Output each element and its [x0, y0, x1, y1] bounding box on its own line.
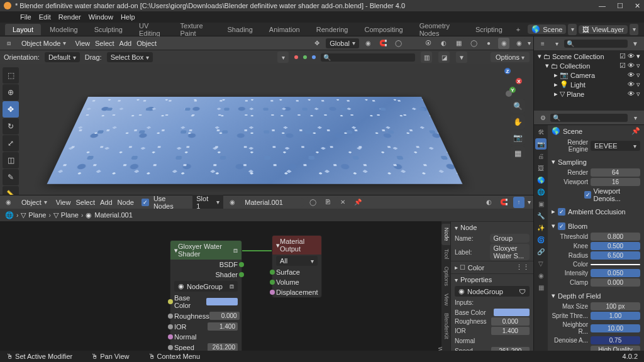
- tab-uv[interactable]: UV Editing: [131, 20, 172, 39]
- xray-icon[interactable]: ▦: [453, 38, 464, 49]
- menu-file[interactable]: File: [20, 13, 31, 21]
- scene-selector[interactable]: 🌎Scene: [528, 25, 566, 34]
- ntab-blenderkit[interactable]: BlenderKit: [441, 309, 450, 343]
- pt-data[interactable]: ▽: [535, 258, 547, 269]
- nav-perspective-icon[interactable]: ▦: [511, 146, 525, 160]
- outl-item-camera[interactable]: ▸📷Camera👁▿: [536, 70, 641, 80]
- np-name-field[interactable]: Group: [490, 234, 530, 243]
- tool-move[interactable]: ✥: [3, 101, 19, 118]
- tab-layout[interactable]: Layout: [5, 24, 41, 35]
- dofrows-0[interactable]: Max Size100 px: [552, 302, 640, 311]
- bc-plane1[interactable]: Plane: [28, 211, 46, 219]
- pt-modifier[interactable]: 🔧: [535, 210, 547, 221]
- bloomrows-2[interactable]: Radius6.500: [552, 251, 640, 260]
- pivot-icon[interactable]: ◉: [362, 38, 374, 49]
- pt-tool[interactable]: 🛠: [535, 126, 547, 138]
- vp-denoise-check[interactable]: ✓: [584, 191, 591, 199]
- gizmo-x-icon[interactable]: X: [516, 78, 522, 84]
- dofrows-2[interactable]: Neighbor R...10.00: [552, 321, 640, 336]
- bloomrows-4[interactable]: Intensity0.050: [552, 268, 640, 278]
- node2-header[interactable]: ▾ Material Output: [272, 236, 321, 255]
- node1-row-3[interactable]: Normal: [170, 332, 242, 342]
- ntab-node[interactable]: Node: [441, 224, 450, 245]
- bloomrows-5[interactable]: Clamp0.000: [552, 278, 640, 287]
- filter2-icon[interactable]: ◪: [438, 52, 450, 63]
- ne-menu-node[interactable]: Node: [118, 199, 134, 206]
- npanel-row-3[interactable]: Normal: [451, 336, 533, 346]
- nav-pan-icon[interactable]: ✋: [511, 115, 525, 129]
- ne-menu-view[interactable]: View: [56, 199, 71, 206]
- outliner-editor-icon[interactable]: ≡: [537, 38, 548, 49]
- pt-output[interactable]: 🖨: [535, 150, 547, 162]
- ntab-tool[interactable]: Tool: [441, 245, 450, 263]
- mat-pin-icon[interactable]: 📌: [352, 197, 364, 208]
- vp-menu-select[interactable]: Select: [95, 40, 114, 47]
- props-options-icon[interactable]: ▾: [630, 112, 641, 123]
- filter-blue-icon[interactable]: [312, 55, 316, 59]
- menu-edit[interactable]: Edit: [39, 13, 51, 21]
- viewport-3d[interactable]: ⬚ ⊕ ✥ ↻ ⤢ ◫ ✎ 📏 ▣ Z X Y 🔍 ✋ 📷 ▦: [0, 64, 533, 195]
- ne-parent-icon[interactable]: ↑: [513, 197, 525, 208]
- maximize-button[interactable]: ☐: [617, 2, 623, 10]
- overlay-toggle-icon[interactable]: ◐: [438, 38, 449, 49]
- pt-particle[interactable]: ✨: [535, 222, 547, 233]
- vp-menu-view[interactable]: View: [75, 40, 90, 47]
- shading-wire-icon[interactable]: ◯: [468, 38, 479, 49]
- pt-viewlayer[interactable]: 🖼: [535, 162, 547, 173]
- add-workspace-button[interactable]: +: [511, 26, 525, 33]
- tool-rotate[interactable]: ↻: [3, 118, 19, 134]
- ne-dropdown[interactable]: ▾: [528, 199, 531, 206]
- material-icon[interactable]: ◉: [226, 197, 238, 208]
- editor-type-icon[interactable]: ⧈: [3, 38, 14, 49]
- bloomrows-3[interactable]: Color: [552, 260, 640, 268]
- ne-editor-type-icon[interactable]: ◉: [3, 197, 14, 208]
- nav-camera-icon[interactable]: 📷: [511, 131, 525, 145]
- tool-annotate[interactable]: ✎: [3, 169, 19, 185]
- ne-overlay-icon[interactable]: ◐: [483, 197, 494, 208]
- props-search[interactable]: 🔍: [550, 114, 628, 122]
- vis-selectable-icon[interactable]: ▾: [277, 52, 289, 63]
- tab-anim[interactable]: Animation: [262, 24, 308, 35]
- snap-icon[interactable]: 🧲: [377, 38, 389, 49]
- mat-unlink-icon[interactable]: ✕: [337, 197, 348, 208]
- np-props-hdr[interactable]: ▾ Properties: [451, 273, 533, 285]
- bloom-header[interactable]: ▾ ✓ Bloom: [552, 220, 640, 232]
- props-pin-icon[interactable]: 📌: [631, 127, 640, 135]
- pt-constraint[interactable]: 🔗: [535, 246, 547, 257]
- render-samples[interactable]: 64: [591, 168, 640, 177]
- ne-menu-select[interactable]: Select: [75, 199, 95, 206]
- orientation-icon[interactable]: ✥: [311, 38, 323, 49]
- transform-orientation[interactable]: Global ▾: [326, 38, 359, 48]
- tab-shading[interactable]: Shading: [219, 24, 260, 35]
- tab-render[interactable]: Rendering: [309, 24, 356, 35]
- node1-row-4[interactable]: Speed261.200: [170, 342, 242, 351]
- np-node-hdr[interactable]: ▾ Node: [451, 221, 533, 233]
- close-button[interactable]: ✕: [635, 2, 640, 10]
- bloomrows-1[interactable]: Knee0.500: [552, 241, 640, 251]
- tab-script[interactable]: Scripting: [468, 24, 510, 35]
- gizmo-neg-icon[interactable]: [506, 90, 512, 97]
- search-field[interactable]: 🔍: [321, 53, 415, 62]
- mat-browse-icon[interactable]: ◯: [307, 197, 318, 208]
- vp-menu-object[interactable]: Object: [136, 40, 157, 47]
- node-gloxyer-water-shader[interactable]: ▾ Gloxyer Water Shader⧈ BSDF Shader ◉Nod…: [170, 240, 242, 351]
- ne-menu-add[interactable]: Add: [100, 199, 113, 206]
- npanel-row-1[interactable]: Roughness0.000: [451, 317, 533, 326]
- options-button[interactable]: Options ▾: [491, 52, 530, 62]
- material-name-field[interactable]: Material.001: [241, 198, 304, 207]
- ntab-options[interactable]: Options: [441, 263, 450, 290]
- mode-selector[interactable]: Object Mode ▾: [18, 39, 70, 48]
- viewport-samples[interactable]: 16: [591, 178, 640, 186]
- ne-mode[interactable]: Object ▾: [18, 198, 51, 207]
- pt-texture[interactable]: ▦: [535, 282, 547, 293]
- node-material-output[interactable]: ▾ Material Output All▾ Surface Volume Di…: [272, 235, 322, 298]
- ao-header[interactable]: ▸ ✓ Ambient Occlusion: [552, 206, 640, 217]
- mat-copy-icon[interactable]: 🖹: [322, 197, 333, 208]
- node1-row-2[interactable]: IOR1.400: [170, 321, 242, 332]
- tool-cursor[interactable]: ⊕: [3, 84, 19, 101]
- filter-red-icon[interactable]: [294, 55, 298, 59]
- tab-texpaint[interactable]: Texture Paint: [173, 20, 219, 39]
- shading-solid-icon[interactable]: ●: [483, 38, 494, 49]
- npanel-row-0[interactable]: Base Color: [451, 308, 533, 317]
- tool-transform[interactable]: ◫: [3, 152, 19, 168]
